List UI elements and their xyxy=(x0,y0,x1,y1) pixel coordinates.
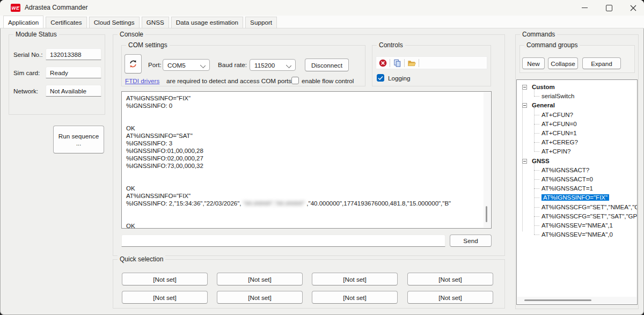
copy-console-button[interactable] xyxy=(393,58,401,67)
tree-item-label: AT+CFUN? xyxy=(541,112,573,118)
expand-button[interactable]: Expand xyxy=(582,57,621,69)
network-value-field[interactable]: Not Available xyxy=(46,85,101,97)
tree-item[interactable]: AT%IGNSSACT=0 xyxy=(519,175,636,184)
tree-item[interactable]: AT+CEREG? xyxy=(519,138,636,147)
close-icon xyxy=(630,5,636,11)
quick-slot-1-button[interactable]: [Not set] xyxy=(122,273,208,285)
tree-group-gnss[interactable]: GNSS xyxy=(519,157,636,166)
tree-item[interactable]: AT%IGNSSEV="NMEA",1 xyxy=(519,221,636,230)
tree-hscrollbar[interactable] xyxy=(517,297,636,304)
baud-label: Baud rate: xyxy=(218,61,247,68)
logging-label: Logging xyxy=(388,75,411,82)
tree-item-label: AT+CEREG? xyxy=(541,139,578,145)
command-tree-panel[interactable]: CustomserialSwitchGeneralAT+CFUN?AT+CFUN… xyxy=(516,79,638,305)
minimize-button[interactable] xyxy=(573,0,597,16)
quick-slot-5-button[interactable]: [Not set] xyxy=(122,291,208,304)
tree-item[interactable]: AT+CFUN=1 xyxy=(519,129,636,138)
console-title: Console xyxy=(118,31,145,38)
simcard-value-field[interactable]: Ready xyxy=(46,67,101,78)
command-groups-title: Command groups xyxy=(524,41,580,49)
tree-item[interactable]: AT+CPIN? xyxy=(519,147,636,156)
maximize-button[interactable] xyxy=(597,0,621,16)
tab-certificates[interactable]: Certificates xyxy=(46,17,86,28)
tab-gnss[interactable]: GNSS xyxy=(142,17,169,28)
close-button[interactable] xyxy=(621,0,644,16)
tree-item[interactable]: AT%IGNSSINFO="FIX" xyxy=(519,193,636,202)
scrollbar-thumb[interactable] xyxy=(486,206,487,222)
tree-group-label: General xyxy=(532,102,555,108)
network-value: Not Available xyxy=(50,87,86,94)
quick-slot-3-button[interactable]: [Not set] xyxy=(312,273,398,285)
console-line: %IGNSSINFO: 2,"15:34:36","22/03/2026", "… xyxy=(126,200,481,207)
open-folder-icon xyxy=(407,59,416,67)
tree-item[interactable]: AT+CFUN? xyxy=(519,111,636,120)
tab-support[interactable]: Support xyxy=(245,17,277,28)
new-group-button[interactable]: New xyxy=(522,57,545,69)
flow-control-checkbox[interactable] xyxy=(291,77,299,84)
collapse-icon[interactable] xyxy=(522,85,527,90)
maximize-icon xyxy=(606,5,612,11)
quick-slot-7-button[interactable]: [Not set] xyxy=(312,291,398,304)
console-line: OK xyxy=(126,222,481,229)
console-scrollbar[interactable] xyxy=(484,92,491,228)
baud-select[interactable]: 115200 xyxy=(250,59,296,71)
quick-slot-4-button[interactable]: [Not set] xyxy=(407,273,493,285)
commands-title: Commands xyxy=(520,31,557,38)
tree-item[interactable]: AT%IGNSSCFG="SET","SAT","GPS","GL xyxy=(519,212,636,221)
scrollbar-thumb[interactable] xyxy=(524,299,591,301)
clear-icon xyxy=(379,59,387,67)
tree-item[interactable]: AT+CFUN=0 xyxy=(519,120,636,129)
console-line xyxy=(126,215,481,222)
run-sequence-button[interactable]: Run sequence ... xyxy=(53,126,104,153)
quick-slot-2-button[interactable]: [Not set] xyxy=(217,273,303,285)
tree-item-label: AT%IGNSSACT=0 xyxy=(541,176,593,182)
com-settings-title: COM settings xyxy=(126,41,170,49)
tree-item[interactable]: AT%IGNSSACT? xyxy=(519,166,636,175)
disconnect-button[interactable]: Disconnect xyxy=(305,58,349,71)
command-tree: CustomserialSwitchGeneralAT+CFUN?AT+CFUN… xyxy=(519,83,636,239)
port-value: COM5 xyxy=(167,62,186,69)
chevron-down-icon xyxy=(200,63,206,68)
collapse-icon[interactable] xyxy=(522,103,527,108)
serial-value-field[interactable]: 132013388 xyxy=(46,48,101,60)
tab-cloud-settings[interactable]: Cloud Settings xyxy=(89,17,140,28)
console-line xyxy=(126,170,481,177)
tree-group-general[interactable]: General xyxy=(519,101,636,110)
tree-item[interactable]: AT%IGNSSACT=1 xyxy=(519,184,636,193)
app-logo-icon: WE xyxy=(11,4,20,12)
console-line: AT%IGNSSINFO="SAT" xyxy=(126,132,481,140)
console-line: %IGNSSINFO: 0 xyxy=(126,102,481,109)
tab-data-usage-estimation[interactable]: Data usage estimation xyxy=(171,17,243,28)
send-button[interactable]: Send xyxy=(450,235,492,247)
copy-icon xyxy=(393,59,401,67)
console-output[interactable]: AT%IGNSSINFO="FIX"%IGNSSINFO: 0OKAT%IGNS… xyxy=(121,91,492,229)
tree-group-custom[interactable]: Custom xyxy=(519,83,636,92)
port-select[interactable]: COM5 xyxy=(163,59,210,71)
tree-item[interactable]: AT%IGNSSEV="NMEA",0 xyxy=(519,230,636,239)
tab-strip: ApplicationCertificatesCloud SettingsGNS… xyxy=(0,16,644,28)
console-text: AT%IGNSSINFO="FIX"%IGNSSINFO: 0OKAT%IGNS… xyxy=(126,94,481,229)
quick-slot-6-button[interactable]: [Not set] xyxy=(217,291,303,304)
tab-application[interactable]: Application xyxy=(3,16,43,28)
quick-slot-8-button[interactable]: [Not set] xyxy=(407,291,493,304)
tree-item[interactable]: serialSwitch xyxy=(519,92,636,101)
module-status-title: Module Status xyxy=(13,31,59,38)
console-line xyxy=(126,117,481,124)
simcard-label: Sim card: xyxy=(13,69,40,76)
open-log-button[interactable] xyxy=(407,58,416,67)
command-input[interactable] xyxy=(121,235,445,247)
logging-checkbox[interactable] xyxy=(377,74,384,82)
ftdi-drivers-text: are required to detect and access COM po… xyxy=(166,77,293,84)
collapse-button[interactable]: Collapse xyxy=(548,57,578,69)
ftdi-drivers-link[interactable]: FTDI drivers xyxy=(125,77,159,84)
refresh-ports-button[interactable] xyxy=(125,54,142,74)
app-window: WE Adrastea Commander ApplicationCertifi… xyxy=(0,0,644,315)
console-line xyxy=(126,177,481,185)
tree-item-label-selected: AT%IGNSSINFO="FIX" xyxy=(541,194,609,201)
collapse-icon[interactable] xyxy=(522,159,527,164)
clear-console-button[interactable] xyxy=(378,58,387,67)
title-bar: WE Adrastea Commander xyxy=(0,0,644,16)
tree-item[interactable]: AT%IGNSSCFG="SET","NMEA","GGA", xyxy=(519,203,636,212)
refresh-icon xyxy=(128,59,138,69)
module-status-group: Module Status Serial No.: 132013388 Sim … xyxy=(9,34,105,115)
